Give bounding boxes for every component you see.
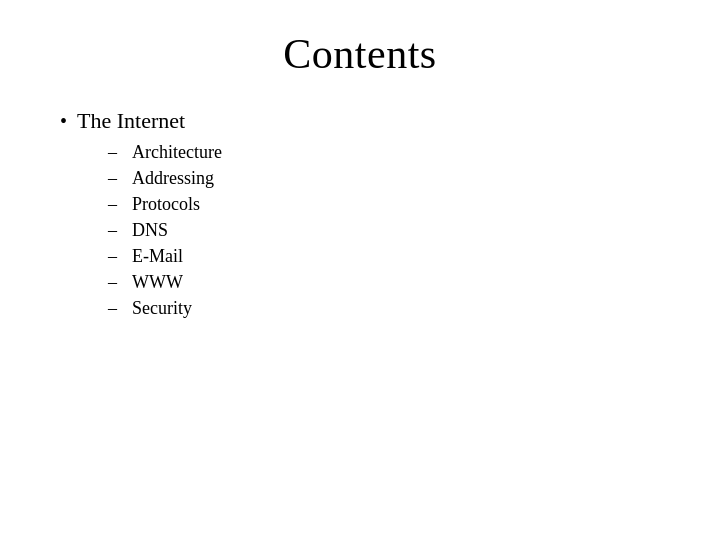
list-item: – Security xyxy=(108,298,680,319)
list-item: – WWW xyxy=(108,272,680,293)
content-area: • The Internet – Architecture – Addressi… xyxy=(60,108,680,319)
list-item: – Architecture xyxy=(108,142,680,163)
sub-list-internet: – Architecture – Addressing – Protocols … xyxy=(108,142,680,319)
list-item: – DNS xyxy=(108,220,680,241)
sub-item-email: E-Mail xyxy=(132,246,183,267)
list-item: – Addressing xyxy=(108,168,680,189)
bullet-item-internet: • The Internet xyxy=(60,108,680,134)
sub-item-dns: DNS xyxy=(132,220,168,241)
dash-icon: – xyxy=(108,220,122,241)
bullet-label-internet: The Internet xyxy=(77,108,185,134)
slide-title: Contents xyxy=(40,30,680,78)
dash-icon: – xyxy=(108,168,122,189)
dash-icon: – xyxy=(108,142,122,163)
dash-icon: – xyxy=(108,298,122,319)
dash-icon: – xyxy=(108,272,122,293)
slide: Contents • The Internet – Architecture –… xyxy=(0,0,720,540)
list-item: – Protocols xyxy=(108,194,680,215)
list-item: – E-Mail xyxy=(108,246,680,267)
sub-item-architecture: Architecture xyxy=(132,142,222,163)
sub-item-protocols: Protocols xyxy=(132,194,200,215)
sub-item-www: WWW xyxy=(132,272,183,293)
sub-item-addressing: Addressing xyxy=(132,168,214,189)
bullet-dot: • xyxy=(60,110,67,133)
sub-item-security: Security xyxy=(132,298,192,319)
dash-icon: – xyxy=(108,246,122,267)
dash-icon: – xyxy=(108,194,122,215)
